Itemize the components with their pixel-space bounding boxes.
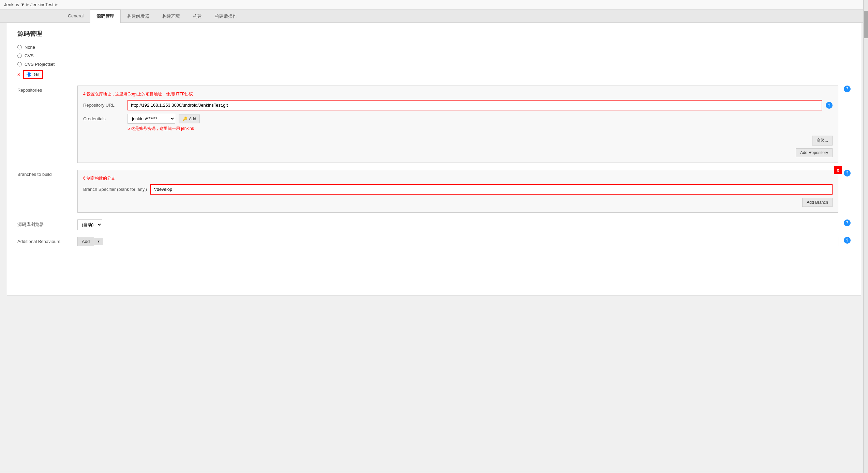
radio-git-input[interactable]: [27, 72, 31, 77]
credentials-add-button[interactable]: 🔑 Add: [179, 115, 200, 123]
jenkins-dropdown-icon[interactable]: ▼: [20, 2, 25, 7]
radio-none-input[interactable]: [17, 45, 22, 49]
radio-none: None: [17, 45, 851, 50]
key-icon: 🔑: [182, 117, 188, 121]
radio-cvs-projectset-label: CVS Projectset: [25, 62, 55, 67]
branches-label: Branches to build: [17, 170, 72, 177]
add-btn-label: Add: [189, 117, 196, 121]
add-dropdown-button[interactable]: Add ▼: [77, 237, 838, 246]
credentials-select[interactable]: jenkins/******: [128, 114, 175, 124]
radio-group: None CVS CVS Projectset 3 Git: [17, 45, 851, 79]
breadcrumb-jenkins[interactable]: Jenkins ▼: [4, 2, 25, 7]
scrollbar-thumb[interactable]: [864, 11, 868, 38]
repositories-content: 4 设置仓库地址，这里填Gogs上的项目地址，使用HTTP协议 Reposito…: [77, 86, 838, 163]
repo-url-help-icon[interactable]: ?: [826, 102, 833, 109]
add-branch-button[interactable]: Add Branch: [802, 198, 833, 207]
branch-annotation: 6 制定构建的分支: [83, 176, 833, 181]
repo-url-label: Repository URL: [83, 103, 124, 108]
credentials-annotation-row: 5 这是账号密码，这里统一用 jenkins: [83, 126, 833, 132]
breadcrumb-bar: Jenkins ▼ ▶ JenkinsTest ▶: [0, 0, 868, 10]
additional-behaviours-help-icon[interactable]: ?: [844, 237, 851, 244]
repositories-panel: 4 设置仓库地址，这里填Gogs上的项目地址，使用HTTP协议 Reposito…: [77, 86, 838, 163]
additional-behaviours-content: Add ▼: [77, 237, 838, 246]
tab-build-environment[interactable]: 构建环境: [156, 10, 186, 23]
add-repository-button[interactable]: Add Repository: [796, 148, 833, 157]
git-radio-wrapper: Git: [23, 70, 43, 79]
action-bar: 保存 Apply: [0, 472, 868, 473]
step3-label: 3: [17, 72, 20, 77]
tab-general[interactable]: General: [61, 10, 90, 23]
branches-panel: 6 制定构建的分支 x Branch Specifier (blank for …: [77, 170, 838, 213]
add-dropdown-label[interactable]: Add: [78, 237, 94, 246]
jenkins-label: Jenkins: [4, 2, 19, 7]
radio-cvs-projectset-input[interactable]: [17, 62, 22, 66]
credentials-row: Credentials jenkins/****** 🔑 Add: [83, 114, 833, 124]
scrollbar[interactable]: [863, 0, 868, 473]
branch-buttons-row: Add Branch: [83, 198, 833, 207]
repo-annotation: 4 设置仓库地址，这里填Gogs上的项目地址，使用HTTP协议: [83, 91, 833, 97]
tab-build[interactable]: 构建: [186, 10, 208, 23]
source-browser-help-icon[interactable]: ?: [844, 219, 851, 226]
advanced-button[interactable]: 高级...: [812, 136, 833, 146]
branches-content: 6 制定构建的分支 x Branch Specifier (blank for …: [77, 170, 838, 213]
repo-buttons-row: 高级... Add Repository: [83, 136, 833, 157]
tab-bar: General 源码管理 构建触发器 构建环境 构建 构建后操作: [0, 10, 868, 23]
additional-behaviours-section: Additional Behaviours Add ▼ ?: [17, 237, 851, 246]
radio-cvs-projectset: CVS Projectset: [17, 62, 851, 67]
credentials-annotation: 5 这是账号密码，这里统一用 jenkins: [128, 126, 833, 132]
source-browser-select[interactable]: (自动): [77, 219, 102, 230]
branches-help-icon[interactable]: ?: [844, 170, 851, 177]
radio-git-row: 3 Git: [17, 70, 851, 79]
main-content: General 源码管理 构建触发器 构建环境 构建 构建后操作 源码管理 No…: [0, 10, 868, 472]
radio-cvs-label: CVS: [25, 53, 34, 58]
breadcrumb-arrow-1: ▶: [26, 2, 29, 7]
repositories-help-icon[interactable]: ?: [844, 86, 851, 92]
delete-icon: x: [837, 167, 839, 173]
source-browser-content: (自动): [77, 219, 838, 230]
branch-specifier-input[interactable]: [150, 184, 833, 195]
radio-none-label: None: [25, 45, 35, 50]
radio-cvs-input[interactable]: [17, 54, 22, 58]
credentials-label: Credentials: [83, 116, 124, 121]
tab-build-triggers[interactable]: 构建触发器: [121, 10, 156, 23]
repo-url-input[interactable]: [128, 100, 822, 110]
source-browser-label: 源码库浏览器: [17, 219, 72, 228]
repositories-section: Repositories 4 设置仓库地址，这里填Gogs上的项目地址，使用HT…: [17, 86, 851, 163]
jenkinstest-label: JenkinsTest: [30, 2, 54, 7]
radio-git-label: Git: [34, 72, 40, 77]
radio-cvs: CVS: [17, 53, 851, 58]
breadcrumb-jenkinstest[interactable]: JenkinsTest: [30, 2, 54, 7]
section-title: 源码管理: [17, 30, 851, 38]
repo-url-row: Repository URL ?: [83, 100, 833, 110]
tab-source-management[interactable]: 源码管理: [90, 10, 121, 23]
breadcrumb-arrow-2: ▶: [55, 2, 58, 7]
repositories-label: Repositories: [17, 86, 72, 93]
content-panel: 源码管理 None CVS CVS Projectset 3: [7, 23, 861, 295]
delete-branch-button[interactable]: x: [834, 166, 842, 174]
additional-behaviours-label: Additional Behaviours: [17, 237, 72, 244]
tab-post-build[interactable]: 构建后操作: [208, 10, 243, 23]
branch-specifier-label: Branch Specifier (blank for 'any'): [83, 187, 147, 192]
branch-specifier-row: Branch Specifier (blank for 'any'): [83, 184, 833, 195]
add-dropdown-caret-icon[interactable]: ▼: [94, 238, 103, 245]
source-browser-section: 源码库浏览器 (自动) ?: [17, 219, 851, 230]
branches-section: Branches to build 6 制定构建的分支 x Branch Spe…: [17, 170, 851, 213]
